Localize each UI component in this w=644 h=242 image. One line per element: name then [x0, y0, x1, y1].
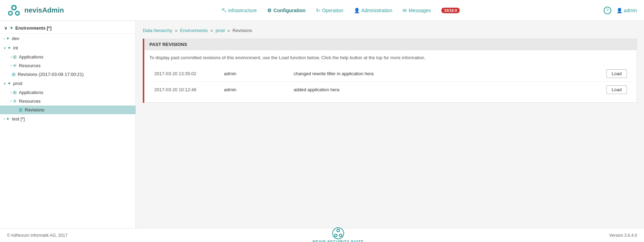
footer-brand: NEVIS SECURITY SUITE: [313, 240, 364, 242]
prod-app-icon: ⊞: [13, 90, 17, 95]
nav-badge: 33/16:0: [441, 8, 460, 13]
revision-description-0: changed rewrite filter in application he…: [289, 66, 545, 82]
prod-res-expand-icon: ›: [10, 99, 11, 103]
environments-label: Environments [*]: [15, 25, 52, 31]
header: nevisAdmin ⛏ Infrastructure ⚙ Configurat…: [0, 0, 644, 21]
sidebar-item-prod-resources[interactable]: › ✛ Resources: [0, 97, 135, 106]
prod-res-icon: ✛: [13, 99, 17, 104]
nav-configuration[interactable]: ⚙ Configuration: [267, 8, 305, 13]
int-res-icon: ✛: [13, 63, 17, 68]
help-icon[interactable]: ?: [604, 7, 611, 14]
section-title: PAST REVISIONS: [144, 39, 637, 50]
table-row: 2017-03-20 13:35:02 admin changed rewrit…: [149, 66, 632, 82]
test-env-icon: ✦: [6, 116, 10, 122]
sidebar-item-dev[interactable]: › ✦ dev: [0, 34, 135, 43]
logo-area: nevisAdmin: [7, 3, 64, 17]
operation-icon: ↻: [316, 8, 320, 13]
sidebar-item-int-resources[interactable]: › ✛ Resources: [0, 61, 135, 70]
revision-description-1: added application hera: [289, 82, 545, 98]
sidebar-item-int-applications[interactable]: › ⊞ Applications: [0, 53, 135, 61]
logo-text: nevisAdmin: [24, 6, 64, 14]
revisions-table: 2017-03-20 13:35:02 admin changed rewrit…: [149, 66, 632, 97]
load-button-0[interactable]: Load: [606, 69, 627, 78]
user-menu[interactable]: 👤 admin: [616, 8, 637, 13]
breadcrumb-data-hierarchy[interactable]: Data hierarchy: [143, 28, 172, 33]
revisions-section: PAST REVISIONS To display past committed…: [143, 39, 637, 103]
svg-point-5: [16, 12, 19, 14]
revision-date-1: 2017-03-20 10:12:46: [149, 82, 219, 98]
dev-expand-icon: ›: [3, 37, 5, 40]
breadcrumb: Data hierarchy » Environments » prod » R…: [143, 28, 637, 33]
prod-rev-icon: ⊞: [19, 107, 23, 112]
nav-administration[interactable]: 👤 Administration: [354, 8, 393, 13]
prod-app-expand-icon: ›: [10, 91, 11, 94]
svg-point-3: [13, 6, 15, 9]
revision-load-cell-1: Load: [545, 82, 632, 98]
revision-load-cell-0: Load: [545, 66, 632, 82]
revision-user-1: admin: [219, 82, 289, 98]
sidebar: ∨ ✦ Environments [*] › ✦ dev ∨ ✦ int › ⊞…: [0, 21, 136, 228]
footer-version: Version 3.6.4.0: [609, 233, 637, 238]
svg-point-4: [9, 12, 12, 14]
test-expand-icon: ›: [3, 117, 5, 121]
revision-user-0: admin: [219, 66, 289, 82]
breadcrumb-revisions: Revisions: [233, 28, 252, 33]
load-button-1[interactable]: Load: [606, 85, 627, 94]
environments-header[interactable]: ∨ ✦ Environments [*]: [0, 23, 135, 34]
messages-icon: ✉: [403, 8, 407, 13]
int-app-expand-icon: ›: [10, 55, 11, 59]
section-content: To display past committed revisions of t…: [144, 50, 637, 103]
user-icon: 👤: [616, 8, 622, 13]
sidebar-item-prod-revisions[interactable]: ⊞ Revisions: [0, 106, 135, 114]
sidebar-item-test[interactable]: › ✦ test [*]: [0, 114, 135, 124]
main-layout: ∨ ✦ Environments [*] › ✦ dev ∨ ✦ int › ⊞…: [0, 21, 644, 228]
prod-env-icon: ✦: [7, 81, 11, 86]
logo-icon: [7, 3, 21, 17]
footer-center: NEVIS SECURITY SUITE: [313, 227, 364, 242]
revision-date-0: 2017-03-20 13:35:02: [149, 66, 219, 82]
info-text: To display past committed revisions of t…: [149, 55, 632, 60]
dev-env-icon: ✦: [6, 36, 10, 41]
nav-infrastructure[interactable]: ⛏ Infrastructure: [222, 8, 257, 13]
nav-operation[interactable]: ↻ Operation: [316, 8, 343, 13]
int-env-icon: ✦: [7, 45, 11, 50]
administration-icon: 👤: [354, 8, 360, 13]
nav-messages[interactable]: ✉ Messages: [403, 8, 431, 13]
int-rev-icon: ⊞: [12, 72, 16, 77]
svg-point-10: [337, 229, 339, 231]
breadcrumb-prod[interactable]: prod: [216, 28, 225, 33]
infrastructure-icon: ⛏: [222, 8, 226, 13]
prod-expand-icon: ∨: [3, 81, 6, 85]
int-expand-icon: ∨: [3, 46, 6, 50]
sidebar-item-prod[interactable]: ∨ ✦ prod: [0, 79, 135, 88]
sidebar-item-int[interactable]: ∨ ✦ int: [0, 43, 135, 53]
environments-chevron-icon: ∨: [4, 26, 7, 31]
footer-copyright: © AdNovum Informatik AG, 2017: [7, 233, 68, 238]
sidebar-item-prod-applications[interactable]: › ⊞ Applications: [0, 88, 135, 97]
svg-point-12: [340, 234, 342, 236]
sidebar-item-int-revisions[interactable]: ⊞ Revisions (2017-03-09 17:00:21): [0, 70, 135, 79]
int-res-expand-icon: ›: [10, 64, 11, 68]
environments-icon: ✦: [9, 25, 13, 31]
int-app-icon: ⊞: [13, 54, 17, 60]
main-nav: ⛏ Infrastructure ⚙ Configuration ↻ Opera…: [78, 8, 604, 13]
table-row: 2017-03-20 10:12:46 admin added applicat…: [149, 82, 632, 98]
content-area: Data hierarchy » Environments » prod » R…: [136, 21, 644, 228]
svg-point-11: [335, 234, 337, 236]
footer-logo-icon: [332, 227, 344, 240]
configuration-icon: ⚙: [267, 8, 272, 13]
footer: © AdNovum Informatik AG, 2017 NEVIS SECU…: [0, 228, 644, 242]
breadcrumb-environments[interactable]: Environments: [180, 28, 208, 33]
header-right: ? 👤 admin: [604, 7, 637, 14]
